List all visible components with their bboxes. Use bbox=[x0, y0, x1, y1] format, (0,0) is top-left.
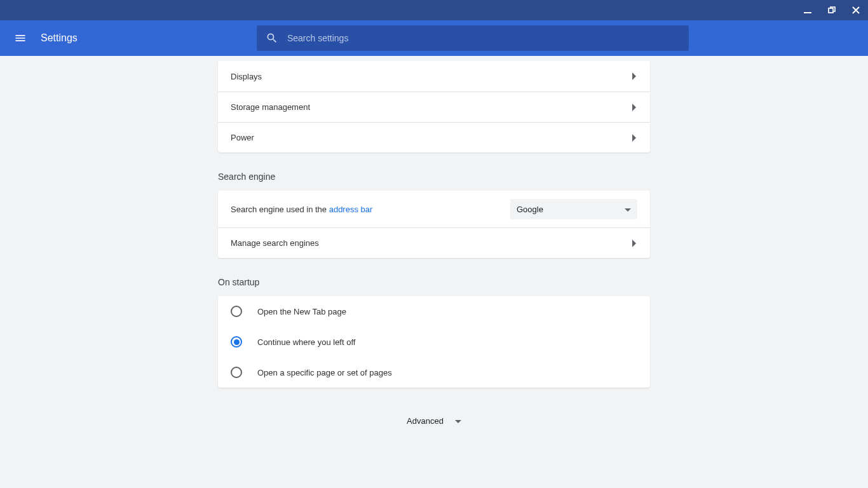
row-manage-search-engines[interactable]: Manage search engines bbox=[218, 227, 650, 258]
chevron-down-icon bbox=[455, 416, 461, 426]
hamburger-menu-icon[interactable] bbox=[13, 30, 28, 46]
section-title-on-startup: On startup bbox=[218, 277, 650, 287]
search-engine-used-text: Search engine used in the bbox=[231, 205, 329, 214]
search-icon bbox=[266, 32, 278, 44]
startup-option-new-tab[interactable]: Open the New Tab page bbox=[218, 296, 650, 327]
radio-label: Continue where you left off bbox=[257, 337, 355, 347]
row-label: Power bbox=[231, 133, 254, 142]
chevron-right-icon bbox=[632, 134, 637, 142]
radio-icon bbox=[231, 367, 242, 378]
advanced-toggle[interactable]: Advanced bbox=[218, 408, 650, 433]
search-input[interactable] bbox=[287, 33, 680, 43]
row-storage-management[interactable]: Storage management bbox=[218, 92, 650, 122]
address-bar-link[interactable]: address bar bbox=[329, 205, 373, 214]
radio-icon bbox=[231, 306, 242, 317]
search-engine-select[interactable]: Google bbox=[510, 199, 637, 219]
chevron-right-icon bbox=[632, 72, 637, 80]
maximize-button[interactable] bbox=[827, 6, 836, 15]
row-label: Displays bbox=[231, 72, 262, 81]
startup-card: Open the New Tab page Continue where you… bbox=[218, 296, 650, 388]
row-label: Manage search engines bbox=[231, 238, 319, 248]
search-field[interactable] bbox=[257, 25, 689, 51]
dropdown-arrow-icon bbox=[625, 205, 631, 214]
svg-rect-0 bbox=[804, 12, 811, 13]
search-engine-card: Search engine used in the address bar Go… bbox=[218, 191, 650, 258]
page-title: Settings bbox=[41, 32, 78, 44]
close-button[interactable] bbox=[851, 6, 860, 15]
svg-rect-1 bbox=[829, 8, 833, 13]
radio-label: Open a specific page or set of pages bbox=[257, 368, 392, 377]
startup-option-continue[interactable]: Continue where you left off bbox=[218, 327, 650, 357]
row-label: Search engine used in the address bar bbox=[231, 205, 372, 214]
startup-option-specific-pages[interactable]: Open a specific page or set of pages bbox=[218, 357, 650, 388]
chevron-right-icon bbox=[632, 104, 637, 111]
radio-icon-selected bbox=[231, 336, 242, 348]
content-area: Displays Storage management Power Search… bbox=[0, 56, 868, 488]
minimize-button[interactable] bbox=[803, 6, 812, 15]
window-titlebar bbox=[0, 0, 868, 20]
row-label: Storage management bbox=[231, 102, 310, 112]
radio-label: Open the New Tab page bbox=[257, 307, 346, 316]
section-title-search-engine: Search engine bbox=[218, 172, 650, 182]
chevron-right-icon bbox=[632, 240, 637, 247]
row-displays[interactable]: Displays bbox=[218, 61, 650, 92]
device-card: Displays Storage management Power bbox=[218, 61, 650, 152]
row-power[interactable]: Power bbox=[218, 122, 650, 152]
select-value: Google bbox=[517, 205, 543, 214]
row-search-engine-used: Search engine used in the address bar Go… bbox=[218, 191, 650, 227]
advanced-label: Advanced bbox=[407, 416, 444, 426]
toolbar: Settings bbox=[0, 20, 868, 56]
